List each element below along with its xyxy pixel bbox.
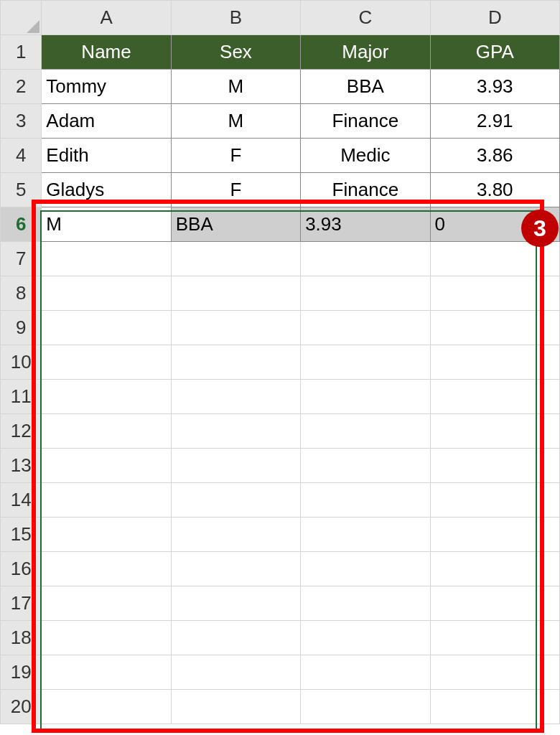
cell[interactable] bbox=[171, 690, 300, 724]
cell[interactable] bbox=[301, 690, 430, 724]
cell[interactable]: Medic bbox=[301, 139, 430, 173]
cell[interactable] bbox=[171, 621, 300, 655]
cell[interactable] bbox=[42, 311, 171, 345]
cell[interactable] bbox=[430, 276, 559, 311]
cell[interactable] bbox=[42, 380, 171, 414]
cell[interactable] bbox=[301, 345, 430, 380]
cell[interactable]: 3.80 bbox=[430, 173, 559, 207]
row-header[interactable]: 13 bbox=[1, 449, 42, 483]
cell[interactable]: Finance bbox=[301, 104, 430, 139]
cell[interactable]: F bbox=[171, 173, 300, 207]
cell[interactable] bbox=[42, 414, 171, 449]
row-header[interactable]: 7 bbox=[1, 242, 42, 276]
cell[interactable] bbox=[42, 276, 171, 311]
cell[interactable]: Edith bbox=[42, 139, 171, 173]
cell[interactable] bbox=[301, 449, 430, 483]
cell[interactable] bbox=[301, 621, 430, 655]
row-header[interactable]: 8 bbox=[1, 276, 42, 311]
row-header[interactable]: 9 bbox=[1, 311, 42, 345]
cell[interactable] bbox=[42, 483, 171, 518]
cell[interactable]: Gladys bbox=[42, 173, 171, 207]
cell[interactable] bbox=[301, 655, 430, 690]
column-header-c[interactable]: C bbox=[301, 1, 430, 35]
row-header[interactable]: 18 bbox=[1, 621, 42, 655]
cell[interactable] bbox=[301, 311, 430, 345]
cell[interactable] bbox=[430, 311, 559, 345]
cell[interactable] bbox=[430, 483, 559, 518]
cell[interactable] bbox=[301, 380, 430, 414]
row-header[interactable]: 20 bbox=[1, 690, 42, 724]
header-major[interactable]: Major bbox=[301, 35, 430, 70]
row-header[interactable]: 4 bbox=[1, 139, 42, 173]
header-name[interactable]: Name bbox=[42, 35, 171, 70]
cell[interactable]: BBA bbox=[301, 70, 430, 104]
cell[interactable] bbox=[171, 655, 300, 690]
cell[interactable] bbox=[430, 414, 559, 449]
header-gpa[interactable]: GPA bbox=[430, 35, 559, 70]
column-header-a[interactable]: A bbox=[42, 1, 171, 35]
cell[interactable] bbox=[301, 483, 430, 518]
cell[interactable] bbox=[430, 690, 559, 724]
cell[interactable]: Adam bbox=[42, 104, 171, 139]
cell[interactable]: 3.86 bbox=[430, 139, 559, 173]
cell[interactable] bbox=[171, 345, 300, 380]
cell[interactable] bbox=[301, 414, 430, 449]
cell[interactable] bbox=[301, 552, 430, 586]
cell-selected[interactable]: 3.93 bbox=[301, 207, 430, 242]
cell[interactable] bbox=[301, 586, 430, 621]
cell[interactable]: 2.91 bbox=[430, 104, 559, 139]
cell[interactable] bbox=[171, 518, 300, 552]
row-header[interactable]: 19 bbox=[1, 655, 42, 690]
cell[interactable] bbox=[430, 586, 559, 621]
row-header[interactable]: 5 bbox=[1, 173, 42, 207]
cell[interactable] bbox=[42, 655, 171, 690]
cell[interactable]: Tommy bbox=[42, 70, 171, 104]
cell[interactable]: 3.93 bbox=[430, 70, 559, 104]
cell[interactable] bbox=[42, 345, 171, 380]
cell[interactable] bbox=[42, 242, 171, 276]
cell[interactable] bbox=[42, 621, 171, 655]
cell[interactable] bbox=[301, 518, 430, 552]
row-header[interactable]: 11 bbox=[1, 380, 42, 414]
row-header[interactable]: 10 bbox=[1, 345, 42, 380]
cell[interactable] bbox=[171, 586, 300, 621]
header-sex[interactable]: Sex bbox=[171, 35, 300, 70]
cell[interactable] bbox=[171, 276, 300, 311]
cell[interactable] bbox=[42, 586, 171, 621]
column-header-d[interactable]: D bbox=[430, 1, 559, 35]
cell[interactable]: M bbox=[171, 70, 300, 104]
cell[interactable] bbox=[171, 311, 300, 345]
row-header[interactable]: 3 bbox=[1, 104, 42, 139]
cell-active[interactable]: M bbox=[42, 207, 171, 242]
cell[interactable] bbox=[171, 483, 300, 518]
cell[interactable] bbox=[430, 518, 559, 552]
cell-selected[interactable]: BBA bbox=[171, 207, 300, 242]
row-header[interactable]: 16 bbox=[1, 552, 42, 586]
cell[interactable] bbox=[42, 449, 171, 483]
cell[interactable] bbox=[430, 345, 559, 380]
cell[interactable] bbox=[171, 414, 300, 449]
row-header[interactable]: 2 bbox=[1, 70, 42, 104]
select-all-corner[interactable] bbox=[1, 1, 42, 35]
row-header[interactable]: 17 bbox=[1, 586, 42, 621]
cell[interactable] bbox=[430, 621, 559, 655]
row-header[interactable]: 1 bbox=[1, 35, 42, 70]
row-header[interactable]: 15 bbox=[1, 518, 42, 552]
cell[interactable]: F bbox=[171, 139, 300, 173]
cell[interactable] bbox=[171, 380, 300, 414]
cell[interactable] bbox=[430, 655, 559, 690]
cell[interactable]: M bbox=[171, 104, 300, 139]
cell[interactable] bbox=[171, 449, 300, 483]
row-header-selected[interactable]: 6 bbox=[1, 207, 42, 242]
cell[interactable] bbox=[301, 276, 430, 311]
cell[interactable]: Finance bbox=[301, 173, 430, 207]
cell[interactable] bbox=[42, 690, 171, 724]
cell[interactable] bbox=[42, 552, 171, 586]
cell[interactable] bbox=[171, 552, 300, 586]
column-header-b[interactable]: B bbox=[171, 1, 300, 35]
row-header[interactable]: 14 bbox=[1, 483, 42, 518]
cell[interactable] bbox=[42, 518, 171, 552]
cell[interactable] bbox=[430, 552, 559, 586]
row-header[interactable]: 12 bbox=[1, 414, 42, 449]
cell[interactable] bbox=[430, 449, 559, 483]
